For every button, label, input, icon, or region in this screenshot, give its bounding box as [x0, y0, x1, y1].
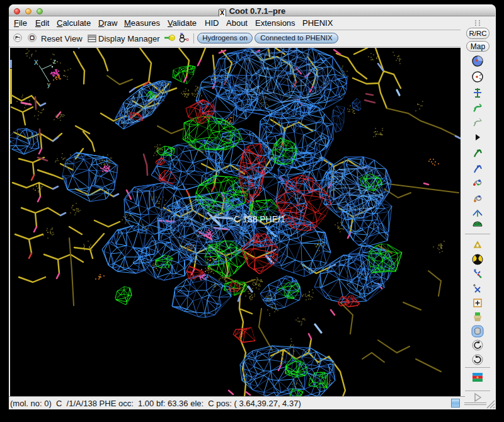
svg-text:X: X: [34, 59, 38, 66]
svg-text:y: y: [47, 81, 50, 88]
svg-text:Side: Side: [474, 222, 482, 225]
svg-text:C 138 PHE/1: C 138 PHE/1: [234, 214, 285, 224]
svg-text:z: z: [53, 58, 56, 65]
svg-text:O: O: [186, 38, 190, 42]
